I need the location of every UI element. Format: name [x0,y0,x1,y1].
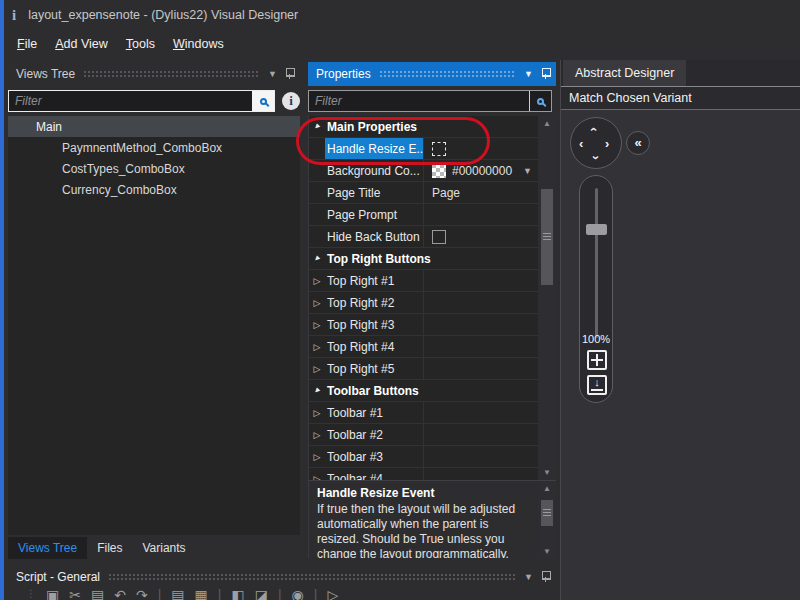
menu-item-file[interactable]: File [8,33,46,55]
collapse-toolbar-button[interactable]: « [626,131,650,155]
property-value[interactable]: #00000000▼ [423,160,538,181]
zoom-slider-track[interactable] [595,188,598,338]
property-value[interactable] [423,270,538,291]
description-scrollbar[interactable]: ▲ ▼ [538,481,556,558]
properties-filter-input[interactable] [309,94,529,108]
property-value[interactable] [423,138,538,159]
scroll-down-icon[interactable]: ▼ [543,465,551,480]
scrollbar-thumb[interactable] [541,500,553,526]
dropdown-caret-icon[interactable]: ▼ [523,166,532,176]
tab-views-tree[interactable]: Views Tree [8,537,87,559]
info-icon[interactable]: i [282,92,300,110]
menu-item-windows[interactable]: Windows [164,33,233,55]
property-row-toolbar-1[interactable]: ▷Toolbar #1 [309,402,538,424]
expand-triangle-icon[interactable]: ▷ [314,430,321,440]
search-button[interactable] [252,91,274,111]
tree-item-paymnentmethod-combobox[interactable]: PaymnentMethod_ComboBox [8,137,300,158]
collapse-triangle-icon[interactable]: ▼ [311,385,323,397]
record-icon[interactable]: ◉ [292,588,304,600]
property-value[interactable] [423,336,538,357]
panel-menu-caret-icon[interactable]: ▼ [524,69,533,79]
property-row-top-right-5[interactable]: ▷Top Right #5 [309,358,538,380]
property-value[interactable]: Page [423,182,538,203]
match-chosen-variant-bar[interactable]: Match Chosen Variant [561,86,800,110]
zoom-slider-thumb[interactable] [586,224,607,235]
pan-right-icon[interactable]: ‹ [605,137,609,150]
pin-icon[interactable] [285,68,294,80]
checkbox-unchecked[interactable] [432,230,446,244]
fit-to-view-button[interactable] [587,350,607,370]
expand-triangle-icon[interactable]: ▷ [314,408,321,418]
panel-menu-caret-icon[interactable]: ▼ [524,572,533,582]
property-value[interactable] [423,204,538,225]
expand-triangle-icon[interactable]: ▷ [314,276,321,286]
expand-triangle-icon[interactable]: ▷ [314,364,321,374]
collapse-triangle-icon[interactable]: ▼ [311,253,323,265]
table-add-icon[interactable]: ▦ [195,588,208,600]
property-row-toolbar-3[interactable]: ▷Toolbar #3 [309,446,538,468]
expand-triangle-icon[interactable]: ▷ [314,298,321,308]
pin-icon[interactable] [541,571,550,583]
property-value[interactable] [423,314,538,335]
play-icon[interactable]: ▷ [327,588,338,600]
paste-icon[interactable]: ▤ [91,588,104,600]
import-table-icon[interactable]: ◪ [255,588,268,600]
expand-triangle-icon[interactable]: ▷ [314,452,321,462]
property-row-page-title[interactable]: Page TitlePage [309,182,538,204]
property-row-top-right-2[interactable]: ▷Top Right #2 [309,292,538,314]
expand-triangle-icon[interactable]: ▷ [314,342,321,352]
checkbox-unchecked[interactable] [432,142,446,156]
cut-icon[interactable]: ✂ [69,588,81,600]
properties-scrollbar[interactable]: ▲ ▼ [538,116,556,480]
scrollbar-thumb[interactable] [541,189,553,285]
tree-item-main[interactable]: Main [8,116,300,137]
tree-item-currency-combobox[interactable]: Currency_ComboBox [8,179,300,200]
menu-item-add-view[interactable]: Add View [46,33,117,55]
table-icon[interactable]: ▤ [171,588,184,600]
property-row-top-right-3[interactable]: ▷Top Right #3 [309,314,538,336]
property-value[interactable] [423,468,538,480]
color-swatch-transparent[interactable] [432,164,446,178]
export-table-icon[interactable]: ◧ [231,588,244,600]
property-value[interactable] [423,358,538,379]
property-row-toolbar-4[interactable]: ▷Toolbar #4 [309,468,538,480]
property-category-top-right-buttons[interactable]: ▼Top Right Buttons [309,248,538,270]
property-row-background-co[interactable]: Background Co...#00000000▼ [309,160,538,182]
pan-down-icon[interactable]: ‹ [588,155,601,159]
property-value[interactable] [423,446,538,467]
tab-files[interactable]: Files [87,537,132,559]
tab-variants[interactable]: Variants [132,537,195,559]
collapse-triangle-icon[interactable]: ▼ [311,121,323,133]
undo-icon[interactable]: ↶ [114,588,126,600]
property-value[interactable] [423,424,538,445]
property-value[interactable] [423,226,538,247]
pan-dpad-control[interactable]: ‹ ‹ ‹ ‹ [570,117,622,169]
property-row-toolbar-2[interactable]: ▷Toolbar #2 [309,424,538,446]
views-tree-filter-input[interactable] [9,94,252,108]
pin-icon[interactable] [541,68,550,80]
property-value[interactable] [423,292,538,313]
pan-left-icon[interactable]: ‹ [579,137,583,150]
property-category-toolbar-buttons[interactable]: ▼Toolbar Buttons [309,380,538,402]
scroll-up-icon[interactable]: ▲ [543,116,551,131]
property-row-top-right-1[interactable]: ▷Top Right #1 [309,270,538,292]
menu-item-tools[interactable]: Tools [117,33,164,55]
copy-icon[interactable]: ▣ [46,588,59,600]
expand-triangle-icon[interactable]: ▷ [314,320,321,330]
scrollbar-track[interactable] [538,496,556,544]
property-category-main-properties[interactable]: ▼Main Properties [309,116,538,138]
tree-item-costtypes-combobox[interactable]: CostTypes_ComboBox [8,158,300,179]
property-value[interactable] [423,402,538,423]
scroll-up-icon[interactable]: ▲ [543,481,551,496]
property-row-hide-back-button[interactable]: Hide Back Button [309,226,538,248]
import-layout-button[interactable]: ↓ [587,375,607,395]
redo-icon[interactable]: ↷ [136,588,148,600]
property-row-top-right-4[interactable]: ▷Top Right #4 [309,336,538,358]
tab-abstract-designer[interactable]: Abstract Designer [563,60,686,86]
property-row-handle-resize-e[interactable]: Handle Resize E... [309,138,538,160]
panel-menu-caret-icon[interactable]: ▼ [268,69,277,79]
property-row-page-prompt[interactable]: Page Prompt [309,204,538,226]
scroll-down-icon[interactable]: ▼ [543,544,551,558]
scrollbar-track[interactable] [538,131,556,465]
pan-up-icon[interactable]: ‹ [588,127,601,131]
